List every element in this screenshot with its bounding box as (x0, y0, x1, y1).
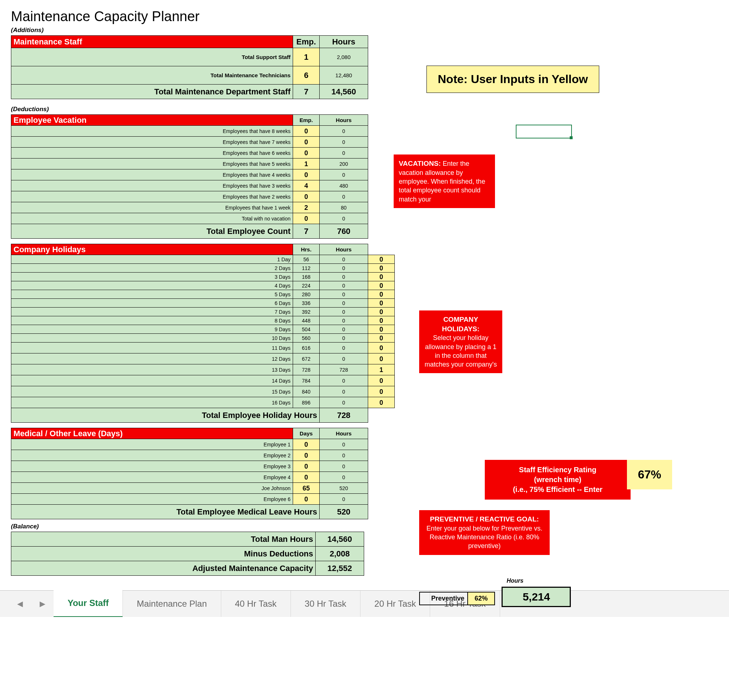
table-row: Employees that have 2 weeks 0 0 (11, 191, 368, 202)
tab-next-icon[interactable]: ► (31, 599, 54, 610)
holiday-select-input[interactable]: 0 (368, 272, 395, 281)
vacation-header: Employee Vacation (11, 115, 293, 126)
holiday-select-input[interactable]: 0 (368, 397, 395, 408)
preventive-row: Preventive62% 5,214 (419, 587, 571, 607)
sheet-tab[interactable]: Maintenance Plan (123, 591, 221, 617)
balance-table: Total Man Hours 14,560 Minus Deductions … (11, 532, 364, 576)
table-row: Employees that have 7 weeks 0 0 (11, 137, 368, 148)
medical-table: Medical / Other Leave (Days) Days Hours … (11, 428, 368, 519)
staff-header: Maintenance Staff (11, 36, 293, 48)
table-row: 11 Days 616 0 0 (11, 342, 395, 354)
preventive-pct-input[interactable]: 62% (468, 592, 495, 605)
table-row: 3 Days 168 0 0 (11, 272, 395, 281)
efficiency-input[interactable]: 67% (627, 460, 672, 489)
holidays-header: Company Holidays (11, 244, 293, 255)
holiday-select-input[interactable]: 0 (368, 334, 395, 342)
table-row: Total Man Hours 14,560 (11, 532, 364, 546)
table-row: 9 Days 504 0 0 (11, 325, 395, 334)
table-row: Employees that have 4 weeks 0 0 (11, 170, 368, 180)
holiday-select-input[interactable]: 0 (368, 354, 395, 364)
table-row: Total with no vacation 0 0 (11, 213, 368, 224)
emp-input[interactable]: 0 (293, 137, 319, 148)
vacation-total-label: Total Employee Count (11, 224, 293, 239)
table-row: Total Maintenance Technicians 6 12,480 (11, 66, 368, 84)
table-row: Employee 6 0 0 (11, 494, 368, 505)
medical-header: Medical / Other Leave (Days) (11, 428, 293, 439)
table-row: 5 Days 280 0 0 (11, 290, 395, 299)
holiday-select-input[interactable]: 0 (368, 299, 395, 307)
sheet-tab[interactable]: 30 Hr Task (291, 591, 360, 617)
emp-input[interactable]: 0 (293, 191, 319, 202)
table-row: 1 Day 56 0 0 (11, 255, 395, 264)
table-row: 14 Days 784 0 0 (11, 375, 395, 386)
table-row: Employees that have 8 weeks 0 0 (11, 126, 368, 137)
table-row: Employee 1 0 0 (11, 439, 368, 450)
emp-input[interactable]: 1 (293, 158, 319, 170)
emp-input[interactable]: 0 (293, 126, 319, 137)
goal-info: PREVENTIVE / REACTIVE GOAL: Enter your g… (419, 510, 550, 555)
user-inputs-note: Note: User Inputs in Yellow (427, 65, 599, 93)
days-input[interactable]: 0 (293, 461, 319, 472)
emp-input[interactable]: 4 (293, 180, 319, 191)
selected-cell[interactable] (516, 125, 572, 138)
days-input[interactable]: 0 (293, 439, 319, 450)
holiday-select-input[interactable]: 0 (368, 316, 395, 325)
additions-heading: (Additions) (11, 27, 718, 34)
staff-total-emp: 7 (293, 84, 319, 99)
col-hours: Hours (319, 36, 368, 48)
table-row: 10 Days 560 0 0 (11, 334, 395, 342)
table-row: Employee 4 0 0 (11, 472, 368, 483)
emp-input[interactable]: 0 (293, 170, 319, 180)
days-input[interactable]: 0 (293, 494, 319, 505)
table-row: 15 Days 840 0 0 (11, 386, 395, 397)
holiday-select-input[interactable]: 0 (368, 255, 395, 264)
holiday-select-input[interactable]: 0 (368, 386, 395, 397)
table-row: Total Support Staff 1 2,080 (11, 48, 368, 66)
holiday-select-input[interactable]: 0 (368, 307, 395, 316)
table-row: 13 Days 728 728 1 (11, 364, 395, 375)
staff-table: Maintenance Staff Emp. Hours Total Suppo… (11, 35, 368, 99)
efficiency-label: Staff Efficiency Rating (wrench time) (i… (485, 460, 630, 500)
holiday-select-input[interactable]: 0 (368, 325, 395, 334)
worksheet: Maintenance Capacity Planner (Additions)… (0, 0, 729, 576)
holidays-total-label: Total Employee Holiday Hours (11, 408, 319, 423)
holiday-select-input[interactable]: 0 (368, 264, 395, 272)
holiday-select-input[interactable]: 0 (368, 290, 395, 299)
deductions-heading: (Deductions) (11, 106, 718, 113)
emp-input[interactable]: 0 (293, 148, 319, 158)
table-row: 4 Days 224 0 0 (11, 281, 395, 290)
emp-input[interactable]: 0 (293, 213, 319, 224)
table-row: 8 Days 448 0 0 (11, 316, 395, 325)
emp-input[interactable]: 1 (293, 48, 319, 66)
goal-hours-label: Hours (507, 578, 523, 584)
sheet-tabs: ◄ ► Your StaffMaintenance Plan40 Hr Task… (0, 590, 729, 617)
staff-total-hours: 14,560 (319, 84, 368, 99)
days-input[interactable]: 0 (293, 472, 319, 483)
holiday-select-input[interactable]: 0 (368, 375, 395, 386)
table-row: Employees that have 5 weeks 1 200 (11, 158, 368, 170)
balance-heading: (Balance) (11, 523, 718, 530)
col-emp: Emp. (293, 36, 319, 48)
medical-total-label: Total Employee Medical Leave Hours (11, 505, 319, 519)
holiday-select-input[interactable]: 1 (368, 364, 395, 375)
table-row: Employees that have 3 weeks 4 480 (11, 180, 368, 191)
days-input[interactable]: 65 (293, 483, 319, 494)
table-row: 16 Days 896 0 0 (11, 397, 395, 408)
emp-input[interactable]: 2 (293, 202, 319, 213)
table-row: Joe Johnson 65 520 (11, 483, 368, 494)
emp-input[interactable]: 6 (293, 66, 319, 84)
vacation-table: Employee Vacation Emp. Hours Employees t… (11, 114, 368, 239)
preventive-hours: 5,214 (501, 587, 571, 607)
holiday-select-input[interactable]: 0 (368, 281, 395, 290)
days-input[interactable]: 0 (293, 450, 319, 461)
table-row: Employees that have 1 week 2 80 (11, 202, 368, 213)
sheet-tab[interactable]: Your Staff (54, 590, 123, 617)
tab-prev-icon[interactable]: ◄ (9, 599, 31, 610)
staff-total-label: Total Maintenance Department Staff (11, 84, 293, 99)
sheet-tab[interactable]: 40 Hr Task (221, 591, 291, 617)
table-row: Employee 2 0 0 (11, 450, 368, 461)
holidays-table: Company Holidays Hrs. Hours 1 Day 56 0 0… (11, 244, 395, 423)
holiday-select-input[interactable]: 0 (368, 342, 395, 354)
vacation-info: VACATIONS: Enter the vacation allowance … (394, 155, 495, 208)
holidays-info: COMPANY HOLIDAYS: Select your holiday al… (419, 310, 502, 373)
